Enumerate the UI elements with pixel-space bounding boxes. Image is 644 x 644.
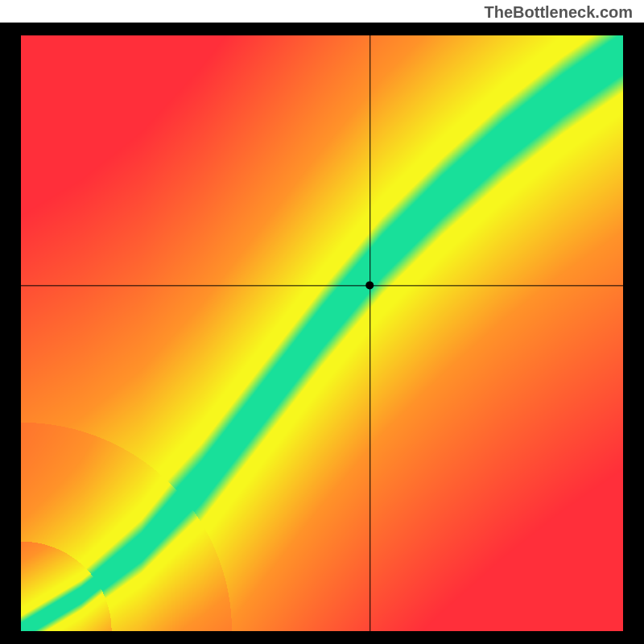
bottleneck-heatmap <box>21 35 623 631</box>
chart-container: TheBottleneck.com <box>0 0 644 644</box>
chart-frame <box>0 23 644 644</box>
watermark-text: TheBottleneck.com <box>485 3 633 22</box>
